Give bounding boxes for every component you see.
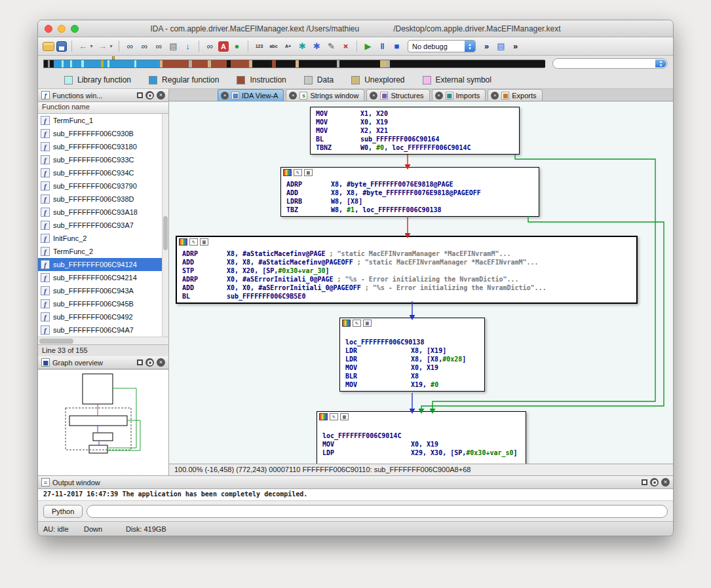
output-ontop-button[interactable]: [650, 478, 659, 487]
create-string-icon[interactable]: abc: [267, 40, 280, 52]
tab-close-icon[interactable]: ×: [491, 92, 499, 100]
graph-node[interactable]: ✎▦ADRPX8, #aStaticMacefinv@PAGE ; "stati…: [176, 236, 638, 304]
nav-band-segment[interactable]: [339, 60, 380, 67]
nav-band-segment[interactable]: [64, 60, 70, 67]
output-log[interactable]: 27-11-2017 16:47:39 The application has …: [38, 489, 673, 501]
nav-band-segment[interactable]: [231, 60, 249, 67]
xrefs-from-icon[interactable]: ✱: [296, 40, 309, 52]
function-list-item[interactable]: fsub_FFFFFFF006C93790: [38, 179, 168, 193]
set-color-icon[interactable]: ●: [231, 40, 243, 52]
function-list-item[interactable]: fsub_FFFFFFF006C930B: [38, 127, 168, 140]
nav-scrollbar[interactable]: ▲▼: [552, 58, 668, 69]
function-list-hscrollbar[interactable]: [38, 337, 168, 344]
nav-band-segment[interactable]: [299, 60, 337, 67]
function-list-item[interactable]: fsub_FFFFFFF006C94124: [38, 258, 168, 271]
node-edit-icon[interactable]: ✎: [353, 320, 361, 327]
node-xrefs-icon[interactable]: ▦: [200, 238, 208, 246]
function-list-item[interactable]: fsub_FFFFFFF006C938D: [38, 193, 168, 206]
tab-imports[interactable]: ×▦Imports: [432, 89, 486, 101]
node-edit-icon[interactable]: ✎: [330, 413, 338, 420]
overview-detach-button[interactable]: [137, 359, 143, 365]
functions-close-button[interactable]: ×: [157, 91, 165, 100]
stepper-down-icon[interactable]: ▼: [468, 46, 472, 50]
function-list-item[interactable]: fInitFunc_2: [38, 232, 168, 245]
overview-viewport[interactable]: [66, 408, 131, 450]
output-close-button[interactable]: ×: [661, 478, 670, 487]
python-cli-input[interactable]: [86, 505, 668, 518]
node-edit-icon[interactable]: ✎: [189, 238, 198, 246]
tab-strings-window[interactable]: ×sStrings window: [286, 89, 364, 101]
nav-band-segment[interactable]: [136, 60, 160, 67]
function-list-item[interactable]: fsub_FFFFFFF006C9492: [38, 310, 168, 323]
nav-scrollbar-stepper[interactable]: ▲▼: [655, 60, 666, 67]
function-list-item[interactable]: fsub_FFFFFFF006C93180: [38, 140, 168, 153]
print-icon[interactable]: ▤: [167, 40, 180, 52]
nav-band-segment[interactable]: [84, 60, 101, 67]
nav-band-segment[interactable]: [72, 60, 81, 67]
node-color-icon[interactable]: [179, 238, 187, 246]
function-list[interactable]: fTermFunc_1fsub_FFFFFFF006C930Bfsub_FFFF…: [38, 114, 168, 337]
output-panel-titlebar[interactable]: ≡ Output window ×: [38, 476, 673, 489]
nav-band-segment[interactable]: [192, 60, 208, 67]
node-color-icon[interactable]: [283, 169, 292, 176]
function-list-item[interactable]: fsub_FFFFFFF006C933C: [38, 153, 168, 166]
function-list-vscrollbar[interactable]: [162, 114, 168, 337]
toolbar-overflow-icon[interactable]: »: [480, 40, 493, 52]
output-detach-button[interactable]: [642, 479, 647, 485]
toolbar-overflow2-icon[interactable]: »: [509, 40, 522, 52]
nav-band-segment[interactable]: [54, 60, 62, 67]
node-xrefs-icon[interactable]: ▦: [363, 320, 372, 327]
nav-band-segment[interactable]: [390, 60, 545, 67]
functions-detach-button[interactable]: [137, 92, 143, 98]
search-binary-icon[interactable]: ∞: [153, 40, 165, 52]
notes-icon[interactable]: ▤: [495, 40, 507, 52]
node-color-icon[interactable]: [342, 320, 351, 327]
graph-node[interactable]: ✎▦loc_FFFFFFF006C90138LDRX8, [X19]LDRX8,…: [339, 318, 485, 392]
tab-ida-view-a[interactable]: ×▤IDA View-A: [218, 89, 284, 101]
function-list-item[interactable]: fsub_FFFFFFF006C934C: [38, 166, 168, 179]
node-color-icon[interactable]: [319, 413, 328, 420]
nav-forward-icon[interactable]: →: [96, 40, 109, 52]
search-strings-icon[interactable]: ∞: [204, 40, 216, 52]
graph-node[interactable]: ✎▦loc_FFFFFFF006C9014CMOVX0, X19LDPX29, …: [317, 411, 526, 464]
nav-forward-dropdown-icon[interactable]: ▾: [108, 40, 114, 52]
nav-band-segment[interactable]: [211, 60, 227, 67]
hscrollbar-thumb[interactable]: [39, 339, 73, 344]
zoom-window-button[interactable]: [71, 25, 79, 33]
node-xrefs-icon[interactable]: ▦: [340, 413, 349, 420]
function-list-item[interactable]: fsub_FFFFFFF006C94214: [38, 271, 168, 284]
function-list-item[interactable]: fsub_FFFFFFF006C943A: [38, 284, 168, 297]
search-text-icon[interactable]: ∞: [124, 40, 136, 52]
node-edit-icon[interactable]: ✎: [294, 169, 302, 176]
save-icon[interactable]: [56, 41, 67, 52]
nav-band-segment[interactable]: [380, 60, 387, 67]
minimize-window-button[interactable]: [58, 25, 66, 33]
close-window-button[interactable]: [45, 25, 52, 33]
functions-ontop-button[interactable]: [145, 91, 154, 100]
title-bar[interactable]: IDA - com.apple.driver.MacEFIManager.kex…: [38, 20, 673, 37]
function-list-item[interactable]: fTermFunc_1: [38, 114, 168, 127]
nav-band-segment[interactable]: [163, 60, 189, 67]
overview-close-button[interactable]: ×: [157, 358, 165, 367]
debugger-stop-icon[interactable]: ■: [391, 40, 403, 52]
xrefs-to-icon[interactable]: ✱: [311, 40, 323, 52]
function-list-item[interactable]: fTermFunc_2: [38, 245, 168, 258]
tab-exports[interactable]: ×▦Exports: [488, 89, 542, 101]
create-name-icon[interactable]: A+: [282, 40, 294, 52]
debugger-run-icon[interactable]: ▶: [362, 40, 374, 52]
graph-canvas[interactable]: MOVX1, X20MOVX0, X19MOVX2, X21BLsub_FFFF…: [169, 101, 673, 464]
jump-address-icon[interactable]: ↓: [182, 40, 194, 52]
function-list-item[interactable]: fsub_FFFFFFF006C93A18: [38, 206, 168, 219]
tab-close-icon[interactable]: ×: [370, 92, 377, 100]
edit-function-icon[interactable]: ✎: [325, 40, 337, 52]
overview-minimap-svg[interactable]: [38, 370, 168, 475]
ascii-string-icon[interactable]: A: [218, 41, 229, 52]
nav-band-segment[interactable]: [109, 60, 134, 67]
overview-ontop-button[interactable]: [145, 358, 154, 367]
function-list-item[interactable]: fsub_FFFFFFF006C945B: [38, 297, 168, 310]
graph-node[interactable]: MOVX1, X20MOVX0, X19MOVX2, X21BLsub_FFFF…: [310, 107, 520, 155]
nav-band-segment[interactable]: [276, 60, 296, 67]
nav-back-dropdown-icon[interactable]: ▾: [88, 40, 94, 52]
debugger-select[interactable]: No debugg▲▼: [408, 40, 476, 52]
node-xrefs-icon[interactable]: ▦: [304, 169, 313, 176]
